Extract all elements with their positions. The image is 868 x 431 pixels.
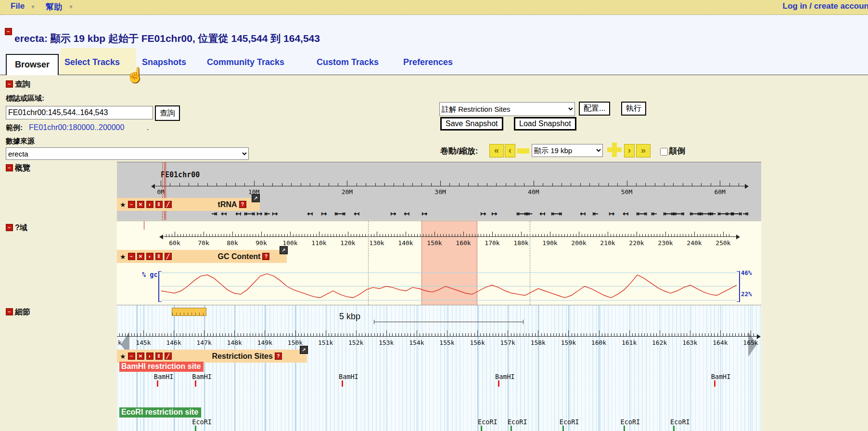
gc-min-label: 22% [741, 290, 752, 298]
configure-button[interactable]: 配置... [579, 102, 610, 116]
track-title: GC Content [218, 252, 261, 261]
gc-trackbar: ★ − ✕ ◗ ‖ ╱ GC Content ? [117, 250, 287, 263]
tab-preferences[interactable]: Preferences [403, 57, 453, 67]
trna-feature: ⇤ [651, 209, 656, 218]
ecori-features: EcoRIEcoRIEcoRIEcoRIEcoRIEcoRI [117, 305, 761, 431]
load-snapshot-button[interactable]: Load Snapshot [514, 117, 576, 131]
trna-feature: ⇤⇥⇤ [689, 209, 705, 218]
trna-feature: ⇤ [264, 209, 269, 218]
tab-custom-tracks[interactable]: Custom Tracks [317, 57, 379, 67]
annotate-select[interactable]: 註解 Restriction Sites [439, 102, 575, 116]
help-icon[interactable]: ? [262, 253, 269, 260]
trna-feature: ⇤⇥ [731, 209, 741, 218]
configure-track-icon[interactable]: ╱ [165, 253, 172, 260]
scroll-far-right-button[interactable]: » [636, 144, 651, 157]
trna-feature: ↦ [272, 209, 277, 218]
ecori-site-tick [562, 426, 564, 431]
example-label: 範例: [6, 123, 23, 132]
collapse-track-icon[interactable]: − [128, 253, 135, 260]
ecori-site-label: EcoRI [621, 418, 640, 426]
collapse-search-icon[interactable]: − [6, 80, 13, 88]
collapse-overview-icon[interactable]: − [6, 164, 13, 171]
collapse-region-icon[interactable]: − [6, 224, 13, 231]
search-button[interactable]: 查詢 [155, 105, 180, 121]
zoom-level-select[interactable]: 顯示 19 kbp [532, 144, 603, 157]
zoom-out-icon[interactable] [517, 148, 529, 154]
favorite-star-icon[interactable]: ★ [120, 253, 126, 261]
tab-browser[interactable]: Browser [6, 54, 59, 75]
ecori-site-tick [673, 426, 675, 431]
details-section-label: 細節 [15, 307, 30, 317]
search-section-label: 查詢 [15, 79, 30, 90]
menu-file[interactable]: File [11, 1, 25, 11]
run-button[interactable]: 執行 [621, 102, 646, 116]
popout-track-icon[interactable]: ↗ [280, 246, 288, 254]
trna-feature: ⇥ [742, 209, 748, 218]
ecori-site-label: EcoRI [508, 418, 527, 426]
hand-cursor-icon: ☝ [126, 66, 144, 83]
trna-feature: ⇤⇥ [244, 209, 254, 218]
zoom-in-icon[interactable] [607, 143, 622, 157]
trna-feature: ↤ [235, 209, 241, 218]
trna-feature: ↤ [580, 209, 585, 218]
ecori-site-label: EcoRI [192, 418, 212, 426]
trna-feature: ⇤⇥ [551, 209, 561, 218]
trna-feature: ↦ [321, 209, 326, 218]
flip-checkbox[interactable] [660, 148, 668, 156]
page-title: erecta: 顯示 19 kbp 起始于 FE01chr00, 位置從 145… [14, 32, 320, 45]
scroll-left-button[interactable]: ‹ [505, 144, 515, 157]
collapse-details-icon[interactable]: − [6, 308, 13, 315]
overview-section-label: 概覽 [15, 163, 30, 173]
tab-select-tracks[interactable]: Select Tracks [64, 57, 120, 67]
trna-feature: ↦ [480, 209, 485, 218]
datasource-select[interactable]: erecta [6, 147, 249, 160]
rss-share-icon[interactable]: ◗ [146, 253, 153, 260]
trna-feature: ⇤⇥ [334, 209, 345, 218]
gc-max-label: 46% [741, 269, 752, 276]
trna-feature: ↦ [491, 209, 497, 218]
ecori-site-tick [511, 426, 512, 431]
region-section-label: ?域 [15, 223, 27, 233]
example-link[interactable]: FE01chr00:180000..200000 [29, 123, 124, 132]
ecori-site-tick [195, 426, 196, 431]
example-suffix: . [147, 123, 149, 132]
login-link[interactable]: Log in / create accoun [783, 1, 868, 11]
gc-axis-label: % gc [142, 271, 158, 278]
overview-panel: FE01chr00 0M10M20M30M40M50M60M ★ − ✕ ◗ ‖… [117, 162, 761, 220]
save-track-icon[interactable]: ‖ [155, 253, 163, 260]
scroll-far-left-button[interactable]: « [489, 144, 504, 157]
tab-snapshots[interactable]: Snapshots [142, 57, 186, 67]
menu-bar: File ▼ 幫助 ▼ Log in / create accoun [0, 0, 868, 15]
ecori-site-tick [481, 426, 482, 431]
trna-feature: ↤ [221, 209, 226, 218]
trna-feature: ⇥ [211, 209, 217, 218]
trna-feature: ↤ [623, 209, 628, 218]
gbrowse-app: File ▼ 幫助 ▼ Log in / create accoun − ere… [0, 0, 868, 431]
trna-feature: ↦ [421, 209, 427, 218]
chevron-down-icon[interactable]: ▼ [68, 4, 74, 10]
ecori-site-label: EcoRI [670, 418, 690, 426]
position-marker [144, 221, 144, 230]
trna-feature: ⇤⇥ [636, 209, 646, 218]
trna-feature: ⇥⇤ [705, 209, 715, 218]
save-snapshot-button[interactable]: Save Snapshot [440, 117, 503, 131]
menu-help[interactable]: 幫助 [46, 1, 62, 13]
ecori-site-label: EcoRI [478, 418, 498, 426]
details-panel: 5 kbp k145k146k147k148k149k150k151k152k1… [117, 305, 761, 431]
landmark-label: 標誌或區域: [6, 94, 44, 103]
tab-community-tracks[interactable]: Community Tracks [207, 57, 284, 67]
trna-feature: ↤ [539, 209, 545, 218]
trna-features: ⇥↤↤⇤⇥↦⇤↦↤↦⇤⇥↤↦↤↦↦↦⇤⇥⇤↤⇤⇥↤⇤↦↤⇤⇥⇤⇤⇥⇤⇥⇤⇥⇤⇥⇤… [117, 162, 761, 220]
trna-feature: ⇤⇥⇤ [516, 209, 532, 218]
gc-right-bracket [737, 271, 740, 302]
trna-feature: ↦ [256, 209, 262, 218]
gc-content-curve [161, 272, 737, 302]
chevron-down-icon[interactable]: ▼ [30, 4, 36, 10]
trna-feature: ↦ [390, 209, 396, 218]
landmark-input[interactable] [6, 106, 153, 119]
ecori-site-label: EcoRI [560, 418, 579, 426]
collapse-icon[interactable]: − [5, 28, 12, 35]
ecori-site-tick [624, 426, 625, 431]
scroll-right-button[interactable]: › [624, 144, 635, 157]
close-track-icon[interactable]: ✕ [137, 253, 144, 260]
